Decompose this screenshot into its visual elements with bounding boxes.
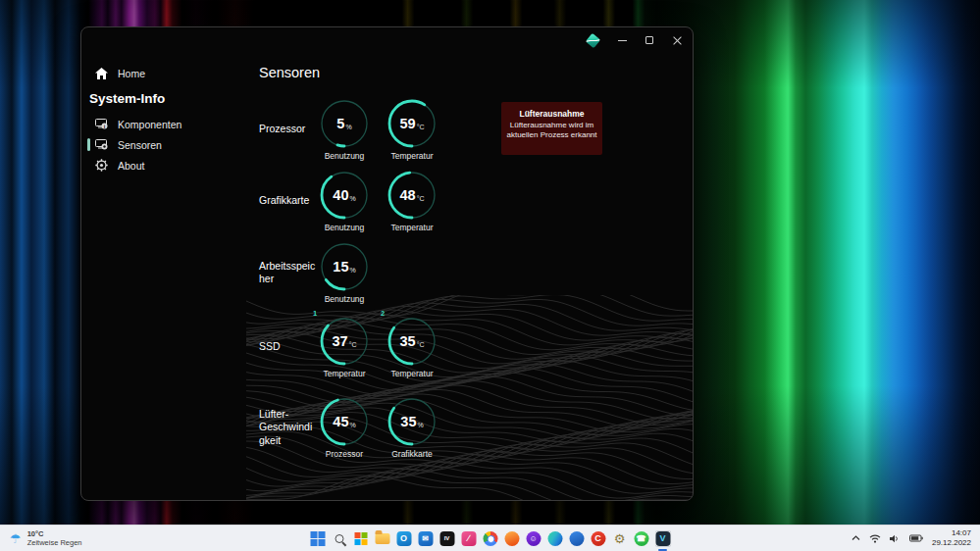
home-icon: [95, 67, 108, 79]
maximize-icon: [645, 36, 653, 44]
weather-temp: 10°C: [27, 529, 44, 538]
whatsapp-icon[interactable]: ☎: [633, 530, 649, 547]
gauge-value: 15 %: [319, 241, 370, 292]
gauge-unit: %: [417, 422, 423, 428]
file-explorer-icon[interactable]: [374, 530, 390, 547]
alert-title: Lüfterausnahme: [506, 109, 597, 119]
gauge-caption: Benutzung: [319, 151, 370, 161]
taskbar: ☂ 10°C Zeitweise Regen O✉IV∕☺C⚙☎V 14:07: [0, 525, 980, 551]
sensor-row: Prozessor 5 % Benutzung 59 °C: [259, 93, 438, 166]
search-icon[interactable]: [331, 530, 347, 547]
gauge-dial: 40 %: [319, 170, 370, 221]
gauge-unit: °C: [417, 195, 425, 202]
weather-text: 10°C Zeitweise Regen: [27, 529, 82, 548]
sensor-gauges: 15 % Benutzung: [319, 241, 370, 304]
app-purple-icon[interactable]: ☺: [525, 530, 542, 547]
gauge-unit: %: [349, 267, 355, 274]
gauge-unit: °C: [417, 124, 425, 130]
gauge-unit: °C: [349, 341, 357, 348]
gauge-number: 35: [400, 414, 416, 429]
gauge-caption: Prozessor: [319, 449, 370, 459]
outlook-icon[interactable]: O: [395, 530, 412, 547]
gauge-value: 5 %: [319, 98, 370, 149]
app-blue-icon[interactable]: [568, 530, 585, 547]
gauge-number: 15: [333, 259, 348, 275]
edge-icon[interactable]: [546, 530, 563, 547]
gauge-caption: Benutzung: [319, 223, 370, 232]
gauge: 15 % Benutzung: [319, 241, 370, 304]
gauge-number: 5: [336, 116, 344, 131]
clock-widget[interactable]: 14:07 29.12.2022: [932, 528, 971, 549]
settings-app-icon[interactable]: ⚙: [611, 530, 628, 547]
gauge-value: 35 °C: [387, 316, 438, 367]
system-info-app-icon[interactable]: V: [654, 530, 671, 547]
sensor-gauges: 5 % Benutzung 59 °C Temperatur: [319, 98, 438, 161]
gauge-unit: %: [349, 422, 355, 428]
gauge-value: 48 °C: [387, 170, 438, 221]
gauge: 59 °C Temperatur: [387, 98, 438, 161]
sensor-label: SSD: [259, 340, 316, 353]
clock-date: 29.12.2022: [932, 538, 971, 548]
gauge-dial: 48 °C: [387, 170, 438, 221]
sensor-gauges: 1 37 °C Temperatur 2 35 °C Temperatur: [319, 316, 438, 378]
gear-icon: [95, 159, 108, 172]
tray-chevron-icon[interactable]: [851, 535, 860, 541]
sensor-label: Prozessor: [259, 123, 316, 135]
gauge-number: 35: [400, 333, 416, 349]
sensors-icon: [95, 138, 108, 151]
gauge-value: 37 °C: [319, 316, 370, 367]
battery-icon[interactable]: [909, 534, 923, 542]
minimize-button[interactable]: [610, 30, 634, 50]
components-icon: i: [95, 118, 108, 130]
gauge-value: 40 %: [319, 170, 370, 221]
gauge-caption: Temperatur: [387, 223, 438, 232]
gauge-number: 40: [333, 187, 348, 203]
sidebar-item-sensoren[interactable]: Sensoren: [81, 134, 250, 155]
sensor-label: Lüfter-Geschwindigkeit: [259, 408, 316, 446]
sidebar-item-komponenten[interactable]: i Komponenten: [81, 114, 250, 134]
firefox-icon[interactable]: [503, 530, 520, 547]
gauge-dial: 15 %: [319, 241, 370, 292]
close-button[interactable]: [665, 30, 689, 50]
taskbar-center-icons: O✉IV∕☺C⚙☎V: [309, 526, 671, 551]
sidebar-item-label: Komponenten: [118, 119, 181, 130]
sensor-row: Arbeitsspeicher 15 % Benutzung: [259, 236, 438, 309]
mail-icon[interactable]: ✉: [417, 530, 434, 547]
speaker-icon[interactable]: [890, 534, 901, 543]
sidebar-item-label: Home: [118, 68, 145, 79]
gauge: 45 % Prozessor: [319, 396, 370, 459]
wifi-icon[interactable]: [869, 534, 881, 543]
weather-condition: Zeitweise Regen: [27, 538, 82, 547]
weather-widget[interactable]: ☂ 10°C Zeitweise Regen: [0, 529, 196, 548]
titlebar[interactable]: [81, 27, 693, 53]
sensor-gauges: 40 % Benutzung 48 °C Temperatur: [319, 170, 438, 232]
gauge-dial: 59 °C: [387, 98, 438, 149]
gauge: 1 37 °C Temperatur: [319, 316, 370, 378]
chrome-icon[interactable]: [482, 530, 498, 547]
gauge-unit: %: [345, 124, 351, 130]
start-icon[interactable]: [309, 530, 326, 547]
maximize-button[interactable]: [638, 30, 661, 50]
gauge-value: 35 %: [387, 396, 438, 447]
office-app-icon[interactable]: ∕: [460, 530, 477, 547]
gauge-caption: Benutzung: [319, 294, 370, 304]
app-iv-icon[interactable]: IV: [438, 530, 455, 547]
gauge-dial: 35 %: [387, 396, 438, 447]
gauge-index-label: 1: [313, 309, 317, 318]
gauge-dial: 5 %: [319, 98, 370, 149]
system-info-window: Home System-Info i Komponenten Sensoren …: [80, 26, 694, 501]
gauge: 5 % Benutzung: [319, 98, 370, 161]
gauge-value: 59 °C: [387, 98, 438, 149]
minimize-icon: [618, 40, 627, 41]
sidebar-item-about[interactable]: About: [81, 155, 250, 175]
gauge-caption: Temperatur: [319, 369, 370, 378]
gauge: 40 % Benutzung: [319, 170, 370, 232]
ccleaner-icon[interactable]: C: [590, 530, 606, 547]
sidebar-item-label: Sensoren: [118, 139, 162, 151]
microsoft-store-icon[interactable]: [352, 530, 369, 547]
sensor-label: Arbeitsspeicher: [259, 260, 316, 285]
sensor-row: Lüfter-Geschwindigkeit 45 % Prozessor 35: [259, 385, 438, 470]
gauge-unit: °C: [417, 341, 425, 348]
sidebar-item-home[interactable]: Home: [81, 63, 250, 83]
gauge-dial: 45 %: [319, 396, 370, 447]
